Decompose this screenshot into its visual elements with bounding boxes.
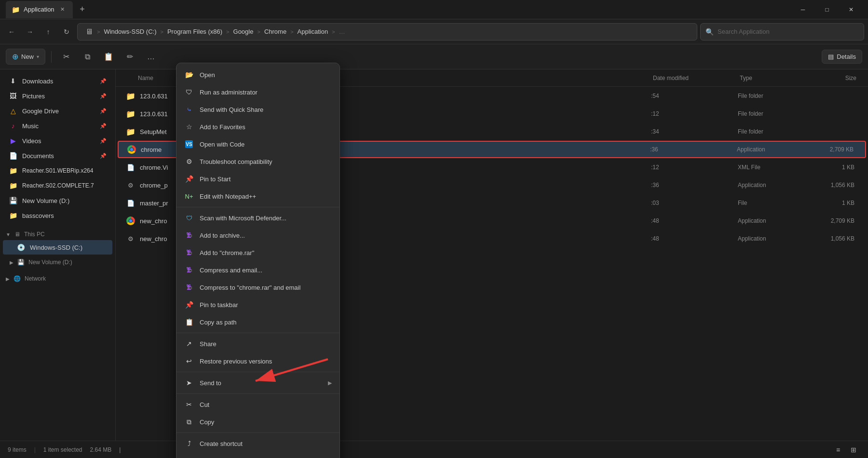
ctx-compress-rar-email[interactable]: 🗜 Compress to "chrome.rar" and email [176, 279, 339, 296]
ctx-open[interactable]: 📂 Open [176, 66, 339, 83]
ctx-copy-path-label: Copy as path [200, 319, 237, 326]
ctx-separator-5 [176, 432, 339, 433]
shortcut-icon: ⤴ [184, 439, 194, 448]
ctx-compress-email[interactable]: 🗜 Compress and email... [176, 261, 339, 279]
ctx-separator-1 [176, 207, 339, 207]
cut-ctx-icon: ✂ [184, 400, 194, 409]
ctx-pin-taskbar[interactable]: 📌 Pin to taskbar [176, 296, 339, 313]
ctx-add-chrome-rar-label: Add to "chrome.rar" [200, 249, 254, 256]
context-menu-overlay[interactable]: 📂 Open 🛡 Run as administrator ⤷ Send wit… [0, 0, 868, 458]
ctx-share-label: Share [200, 340, 217, 348]
restore-icon: ↩ [184, 356, 194, 366]
ctx-restore-versions[interactable]: ↩ Restore previous versions [176, 352, 339, 370]
ctx-open-label: Open [200, 71, 215, 79]
ctx-restore-label: Restore previous versions [200, 358, 272, 365]
ctx-copy-label: Copy [200, 418, 214, 426]
defender-icon: 🛡 [184, 213, 194, 223]
compress-email-icon: 🗜 [184, 265, 194, 275]
notepad-icon: N+ [184, 191, 194, 201]
compat-icon: ⚙ [184, 157, 194, 166]
ctx-cut[interactable]: ✂ Cut [176, 396, 339, 413]
ctx-add-favorites-label: Add to Favorites [200, 123, 245, 131]
admin-icon: 🛡 [184, 87, 194, 97]
ctx-edit-notepad-label: Edit with Notepad++ [200, 193, 256, 200]
ctx-separator-4 [176, 393, 339, 394]
ctx-run-admin[interactable]: 🛡 Run as administrator [176, 83, 339, 101]
ctx-separator-2 [176, 333, 339, 333]
ctx-send-to[interactable]: ➤ Send to ▶ [176, 374, 339, 391]
favorites-icon: ☆ [184, 122, 194, 132]
ctx-create-shortcut[interactable]: ⤴ Create shortcut [176, 435, 339, 452]
ctx-edit-notepad[interactable]: N+ Edit with Notepad++ [176, 188, 339, 205]
ctx-copy[interactable]: ⧉ Copy [176, 413, 339, 431]
archive-icon: 🗜 [184, 230, 194, 240]
taskbar-icon: 📌 [184, 300, 194, 310]
share-icon: ↗ [184, 339, 194, 349]
compress-rar-icon: 🗜 [184, 283, 194, 292]
vscode-icon: VS [184, 139, 194, 149]
ctx-create-shortcut-label: Create shortcut [200, 440, 243, 447]
ctx-add-archive[interactable]: 🗜 Add to archive... [176, 227, 339, 244]
ctx-separator-3 [176, 372, 339, 372]
open-icon: 📂 [184, 70, 194, 80]
ctx-share[interactable]: ↗ Share [176, 335, 339, 352]
delete-icon: 🗑 [184, 456, 194, 458]
ctx-pin-start-label: Pin to Start [200, 175, 231, 183]
ctx-add-favorites[interactable]: ☆ Add to Favorites [176, 118, 339, 135]
ctx-run-admin-label: Run as administrator [200, 89, 258, 96]
ctx-pin-taskbar-label: Pin to taskbar [200, 301, 238, 309]
ctx-scan-defender[interactable]: 🛡 Scan with Microsoft Defender... [176, 209, 339, 227]
ctx-send-quick-share[interactable]: ⤷ Send with Quick Share [176, 101, 339, 118]
ctx-compress-email-label: Compress and email... [200, 267, 262, 274]
pin-start-icon: 📌 [184, 174, 194, 184]
ctx-troubleshoot-label: Troubleshoot compatibility [200, 158, 272, 165]
ctx-compress-rar-email-label: Compress to "chrome.rar" and email [200, 284, 300, 291]
ctx-add-chrome-rar[interactable]: 🗜 Add to "chrome.rar" [176, 244, 339, 261]
send-to-icon: ➤ [184, 378, 194, 388]
copy-ctx-icon: ⧉ [184, 417, 194, 427]
ctx-open-code[interactable]: VS Open with Code [176, 135, 339, 153]
ctx-send-to-label: Send to [200, 379, 221, 387]
ctx-open-code-label: Open with Code [200, 141, 244, 148]
ctx-cut-label: Cut [200, 401, 209, 408]
send-to-arrow-icon: ▶ [328, 380, 332, 386]
ctx-quick-share-label: Send with Quick Share [200, 106, 263, 113]
ctx-copy-path[interactable]: 📋 Copy as path [176, 313, 339, 331]
context-menu: 📂 Open 🛡 Run as administrator ⤷ Send wit… [176, 63, 340, 458]
ctx-delete[interactable]: 🗑 Delete [176, 452, 339, 458]
ctx-scan-defender-label: Scan with Microsoft Defender... [200, 215, 286, 222]
quick-share-icon: ⤷ [184, 105, 194, 114]
copy-path-icon: 📋 [184, 317, 194, 327]
rar-icon: 🗜 [184, 248, 194, 257]
ctx-pin-start[interactable]: 📌 Pin to Start [176, 170, 339, 188]
ctx-add-archive-label: Add to archive... [200, 232, 245, 239]
ctx-troubleshoot[interactable]: ⚙ Troubleshoot compatibility [176, 153, 339, 170]
